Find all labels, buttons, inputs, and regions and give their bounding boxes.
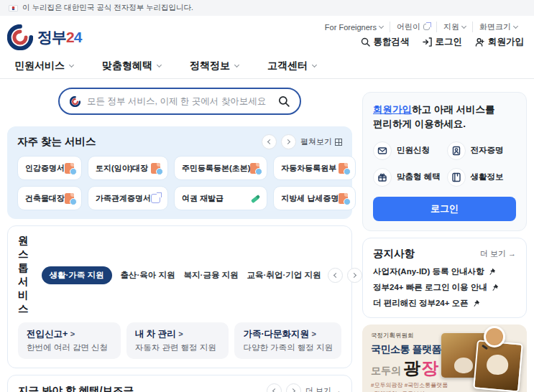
frequent-services-panel: 자주 찾는 서비스 펼쳐보기 인감증명서 토지(임야)대장 주민등록등본(초본)… (7, 126, 352, 219)
utility-support[interactable]: 지원 (436, 22, 472, 32)
notice-item-gov24plus-open[interactable]: 더 편리해진 정부24+ 오픈 (373, 298, 516, 309)
korea-flag-icon (9, 5, 18, 11)
header-actions: 통합검색 로그인 회원가입 (361, 36, 525, 48)
chevron-down-icon (234, 62, 239, 67)
notice-panel: 공지사항 더 보기 → 사업자(Any-ID) 등록 안내사항 정부24+ 빠른… (362, 238, 527, 318)
gov24-mini-symbol-icon (70, 96, 80, 107)
quick-service-vehicle-register[interactable]: 자동차등록원부 (273, 156, 356, 180)
gift-icon (373, 168, 392, 187)
benefits-title: 지금 봐야 할 혜택/보조금 (18, 384, 134, 392)
chevron-right-icon (351, 272, 356, 277)
quick-service-resident-register[interactable]: 주민등록등본(초본) (174, 156, 267, 180)
notice-item-anyid[interactable]: 사업자(Any-ID) 등록 안내사항 (373, 266, 516, 277)
tab-education-employment[interactable]: 교육·취업·기업 지원 (247, 270, 321, 281)
service-custom-benefits[interactable]: 맞춤형 혜택 (373, 168, 443, 187)
search-input[interactable] (87, 96, 272, 106)
nav-customer-center[interactable]: 고객센터 (267, 60, 316, 73)
quick-service-ingam[interactable]: 인감증명서 (17, 156, 82, 180)
quick-service-family-certificate[interactable]: 가족관계증명서 (88, 186, 168, 210)
document-print-icon (339, 193, 348, 204)
prev-button[interactable] (328, 268, 343, 283)
onestop-title: 원스톱 서비스 (18, 234, 29, 316)
onestop-tabs: 생활·가족 지원 출산·육아 지원 복지·금융 지원 교육·취업·기업 지원 (42, 266, 321, 284)
utility-screen-size[interactable]: 화면크기 (472, 22, 524, 32)
gov24-symbol-icon (7, 24, 33, 50)
chevron-right-icon: > (70, 330, 75, 338)
chevron-left-icon (333, 272, 339, 277)
external-link-icon (151, 194, 160, 203)
notice-item-fast-login[interactable]: 정부24+ 빠른 로그인 이용 안내 (373, 282, 516, 293)
chevron-down-icon (312, 62, 317, 67)
notice-more-link[interactable]: 더 보기 → (480, 248, 516, 259)
main-search-bar[interactable] (58, 88, 301, 115)
document-print-icon (250, 163, 259, 174)
nav-policy-info[interactable]: 정책정보 (190, 60, 239, 73)
benefits-more-link[interactable]: 더 보기 → (305, 386, 341, 392)
official-banner-text: 이 누리집은 대한민국 공식 전자정부 누리집입니다. (22, 3, 193, 13)
next-button[interactable] (281, 134, 296, 149)
search-icon (361, 37, 370, 47)
magnifier-circle-icon (484, 326, 505, 347)
header: 정부24 For Foreigners 어린이 지원 화면크기 통합검색 (0, 16, 534, 54)
login-button[interactable]: 로그인 (423, 36, 463, 48)
login-button[interactable]: 로그인 (373, 197, 516, 221)
chevron-right-icon (285, 139, 290, 144)
quick-service-local-tax-certificate[interactable]: 지방세 납세증명 (273, 186, 356, 210)
chevron-down-icon (379, 23, 384, 28)
nav-custom-benefits[interactable]: 맞춤형혜택 (102, 60, 161, 73)
onestop-services-panel: 원스톱 서비스 생활·가족 지원 출산·육아 지원 복지·금융 지원 교육·취업… (7, 225, 352, 368)
tab-life-family[interactable]: 생활·가족 지원 (42, 266, 112, 284)
utility-nav: For Foreigners 어린이 지원 화면크기 (318, 22, 524, 32)
notice-title: 공지사항 (373, 247, 415, 261)
service-minwon-apply[interactable]: 민원신청 (373, 141, 443, 160)
frequent-services-title: 자주 찾는 서비스 (17, 135, 96, 149)
prev-button[interactable] (267, 383, 282, 392)
signup-link[interactable]: 회원가입 (373, 104, 412, 115)
service-e-certificate[interactable]: 전자증명 (447, 141, 517, 160)
book-icon (447, 168, 466, 187)
pin-icon (472, 299, 480, 307)
signup-button[interactable]: 회원가입 (475, 36, 524, 48)
global-search-button[interactable]: 통합검색 (361, 36, 410, 48)
utility-children[interactable]: 어린이 (390, 22, 436, 32)
pin-icon (491, 284, 499, 291)
chevron-right-icon: > (312, 330, 316, 338)
promo-photo (473, 340, 523, 392)
service-life-info[interactable]: 생활정보 (447, 168, 517, 187)
gov24-logo[interactable]: 정부24 (7, 20, 81, 54)
tab-birth-childcare[interactable]: 출산·육아 지원 (121, 270, 175, 281)
document-print-icon (151, 163, 160, 174)
search-icon[interactable] (278, 95, 290, 107)
chevron-down-icon (513, 23, 518, 28)
promo-banner[interactable]: 국정기획위원회 국민소통 플랫폼, 모두의 광장 #모두의광장 #국민소통플랫폼… (362, 325, 527, 392)
utility-for-foreigners[interactable]: For Foreigners (318, 23, 390, 32)
quick-service-building-register[interactable]: 건축물대장 (17, 186, 82, 210)
nav-minwon-services[interactable]: 민원서비스 (14, 60, 73, 73)
chevron-down-icon (461, 23, 466, 28)
expand-all-button[interactable]: 펼쳐보기 (300, 136, 342, 147)
onestop-card-family-multicultural[interactable]: 가족·다문화지원 > 다양한 가족의 행정 지원 (234, 322, 341, 359)
quick-service-land-register[interactable]: 토지(임야)대장 (88, 156, 168, 180)
grid-icon (335, 139, 342, 146)
onestop-card-moving-report[interactable]: 전입신고+ > 한번에 여러 감면 신청 (18, 322, 121, 359)
chevron-left-icon (267, 139, 272, 144)
pencil-icon (249, 193, 259, 203)
primary-nav: 민원서비스 맞춤형혜택 정책정보 고객센터 (0, 54, 534, 79)
quick-service-passport-reissue[interactable]: 여권 재발급 (174, 186, 267, 210)
document-print-icon (339, 163, 348, 174)
prev-button[interactable] (262, 134, 277, 149)
signup-heading: 회원가입하고 아래 서비스를 편리하게 이용하세요. (373, 103, 516, 132)
person-plus-icon (475, 37, 484, 47)
onestop-card-my-car[interactable]: 내 차 관리 > 자동차 관련 행정 지원 (126, 322, 229, 359)
document-print-icon (65, 163, 74, 174)
tab-welfare-finance[interactable]: 복지·금융 지원 (184, 270, 239, 281)
envelope-icon (373, 141, 392, 160)
chevron-right-icon (290, 388, 295, 392)
official-site-banner: 이 누리집은 대한민국 공식 전자정부 누리집입니다. (0, 0, 534, 16)
next-button[interactable] (286, 383, 301, 392)
pin-icon (488, 268, 496, 276)
next-button[interactable] (347, 268, 362, 283)
id-card-icon (447, 141, 466, 160)
benefits-panel: 지금 봐야 할 혜택/보조금 더 보기 → 유아학비 국공립/사립유치원 3~5… (7, 375, 352, 392)
signup-promo-card: 회원가입하고 아래 서비스를 편리하게 이용하세요. 민원신청 전자증명 맞춤형… (362, 92, 527, 231)
